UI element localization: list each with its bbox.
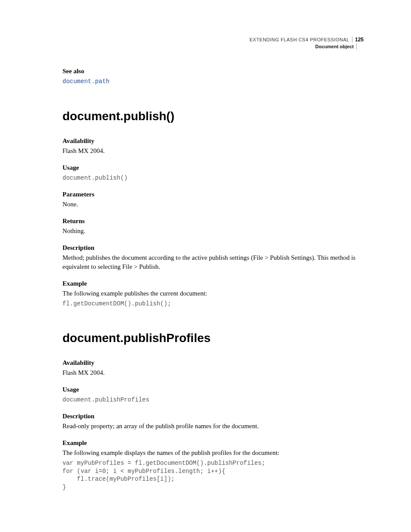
usage-label: Usage <box>62 163 364 172</box>
availability-label: Availability <box>62 358 364 367</box>
parameters-text: None. <box>62 200 364 209</box>
example-code: fl.getDocumentDOM().publish(); <box>62 300 364 308</box>
section-title: document.publishProfiles <box>62 330 364 346</box>
returns-label: Returns <box>62 217 364 226</box>
section-title: document.publish() <box>62 108 364 124</box>
description-label: Description <box>62 243 364 252</box>
example-intro: The following example publishes the curr… <box>62 289 364 298</box>
usage-label: Usage <box>62 385 364 394</box>
page: EXTENDING FLASH CS4 PROFESSIONAL 125 Doc… <box>0 0 411 532</box>
header-chapter: Document object <box>315 44 357 50</box>
availability-label: Availability <box>62 137 364 146</box>
content: See also document.path document.publish(… <box>62 67 364 492</box>
description-text: Method; publishes the document according… <box>62 253 364 271</box>
see-also-link[interactable]: document.path <box>62 78 109 85</box>
parameters-label: Parameters <box>62 190 364 199</box>
see-also-label: See also <box>62 67 364 76</box>
example-code: var myPubProfiles = fl.getDocumentDOM().… <box>62 459 364 492</box>
example-label: Example <box>62 439 364 448</box>
usage-code: document.publish() <box>62 174 364 182</box>
returns-text: Nothing. <box>62 227 364 236</box>
description-label: Description <box>62 412 364 421</box>
usage-code: document.publishProfiles <box>62 396 364 404</box>
availability-text: Flash MX 2004. <box>62 368 364 377</box>
description-text: Read-only property; an array of the publ… <box>62 422 364 431</box>
page-header: EXTENDING FLASH CS4 PROFESSIONAL 125 Doc… <box>249 37 364 50</box>
example-label: Example <box>62 279 364 288</box>
availability-text: Flash MX 2004. <box>62 146 364 156</box>
header-book-title: EXTENDING FLASH CS4 PROFESSIONAL <box>249 37 352 43</box>
example-intro: The following example displays the names… <box>62 448 364 457</box>
header-page-number: 125 <box>352 37 364 44</box>
